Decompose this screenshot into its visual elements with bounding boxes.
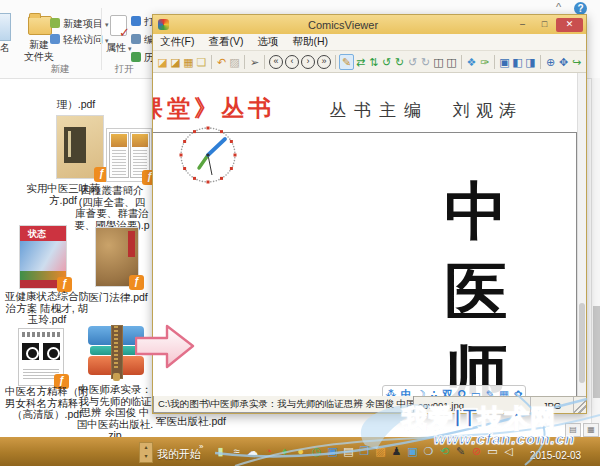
minimize-button[interactable]: – bbox=[512, 18, 533, 32]
clock-tray-icon[interactable]: ◷ bbox=[310, 445, 323, 458]
paw-icon[interactable]: ⁂ bbox=[385, 387, 396, 396]
clock-gadget[interactable] bbox=[177, 124, 239, 186]
file-label-partial[interactable]: 军医出版社.pdf bbox=[156, 416, 252, 428]
nav-prev-icon[interactable]: ‹ bbox=[285, 55, 299, 69]
properties-icon[interactable] bbox=[110, 15, 127, 36]
notes-icon[interactable]: ▤ bbox=[342, 445, 355, 458]
menu-options[interactable]: 选项 bbox=[250, 35, 285, 49]
fit-window-icon[interactable]: ▣ bbox=[498, 55, 511, 69]
crop-icon[interactable]: ▭ bbox=[471, 387, 481, 396]
file-thumbnail-pdf[interactable]: ƒ bbox=[20, 226, 66, 288]
chat-icon[interactable]: ❍ bbox=[422, 445, 435, 458]
monitor-icon[interactable]: ▣ bbox=[326, 445, 339, 458]
taskbar-date[interactable]: 2015-02-03 bbox=[530, 450, 581, 461]
rename-icon[interactable] bbox=[0, 13, 11, 41]
status-format: JPG bbox=[531, 397, 574, 413]
file-label[interactable]: 亚健康状态综合防治方案 陆槐才, 胡玉玲.pdf bbox=[4, 291, 90, 326]
qq-icon[interactable]: ♟ bbox=[390, 445, 403, 458]
add-bookmark-icon[interactable]: ❖ bbox=[465, 55, 478, 69]
file-thumbnail-pdf[interactable]: ƒ bbox=[96, 228, 138, 286]
pan-icon[interactable]: ✥ bbox=[557, 55, 570, 69]
open-file-icon[interactable]: ◪ bbox=[156, 55, 169, 69]
menu-view[interactable]: 查看(V) bbox=[201, 35, 250, 49]
new-item-button[interactable]: 新建项目▾ bbox=[50, 17, 109, 31]
battery-icon[interactable]: ▮ bbox=[214, 445, 227, 458]
toolbar-separator bbox=[244, 55, 245, 69]
scrollbar-thumb[interactable] bbox=[593, 306, 600, 398]
menu-help[interactable]: 帮助(H) bbox=[285, 35, 335, 49]
dots-icon[interactable]: ∴ bbox=[430, 387, 437, 396]
double-page-icon[interactable]: 双 bbox=[442, 387, 453, 396]
status-dot-icon[interactable]: ● bbox=[294, 445, 307, 458]
exit-icon[interactable]: ↪ bbox=[570, 55, 583, 69]
open-archive-icon[interactable]: ◪ bbox=[169, 55, 182, 69]
person-icon[interactable]: Ω bbox=[458, 387, 466, 396]
nav-last-icon[interactable]: » bbox=[317, 55, 331, 69]
pen-tray-icon[interactable]: ✎ bbox=[454, 445, 467, 458]
resize-grip[interactable] bbox=[574, 397, 586, 413]
maximize-button[interactable]: □ bbox=[534, 18, 555, 32]
easy-access-button[interactable]: 轻松访问▾ bbox=[50, 33, 109, 47]
blocked-icon[interactable]: ⊘ bbox=[470, 445, 483, 458]
photo-tray-icon[interactable]: ▣ bbox=[406, 445, 419, 458]
copy-page-icon[interactable]: ❏ bbox=[195, 55, 208, 69]
rotate-right-icon[interactable]: ↻ bbox=[393, 55, 406, 69]
toolbar-chevron-icon[interactable]: » bbox=[199, 442, 203, 451]
close-button[interactable]: ✕ bbox=[556, 18, 583, 32]
wifi-icon[interactable]: ≈ bbox=[230, 445, 243, 458]
draw-icon[interactable]: ✎ bbox=[485, 387, 494, 396]
properties-button[interactable]: 属性▾ bbox=[106, 41, 132, 55]
details-view-icon[interactable]: ▤ bbox=[565, 423, 581, 437]
folder-tray-icon[interactable]: ▨ bbox=[374, 445, 387, 458]
pencil-icon[interactable]: ✎ bbox=[339, 54, 354, 70]
ribbon-collapse-icon[interactable]: ^ bbox=[556, 1, 561, 13]
shield-icon[interactable]: ♦ bbox=[278, 445, 291, 458]
flip-vertical-icon[interactable]: ⇅ bbox=[367, 55, 380, 69]
file-thumbnail-pdf[interactable]: ƒ bbox=[57, 116, 103, 178]
edit-bookmark-icon[interactable]: ✑ bbox=[478, 55, 491, 69]
file-label-partial[interactable]: 理）.pdf bbox=[44, 99, 108, 111]
zoom-in-icon[interactable]: ⊕ bbox=[544, 55, 557, 69]
explorer-scrollbar[interactable]: ⌄ bbox=[591, 78, 600, 437]
thumbnail-view-icon[interactable]: ▦ bbox=[583, 423, 599, 437]
browse-folder-icon[interactable]: ▨ bbox=[228, 55, 241, 69]
night-mode-icon[interactable]: ☽ bbox=[416, 387, 425, 396]
settings-icon[interactable]: ✿ bbox=[514, 387, 523, 396]
fit-width-icon[interactable]: ◧ bbox=[511, 55, 524, 69]
cloud-icon[interactable]: ☁ bbox=[246, 445, 259, 458]
nav-first-icon[interactable]: « bbox=[269, 55, 283, 69]
scrollbar-thumb[interactable] bbox=[579, 303, 585, 383]
taskbar-toolbar-label[interactable]: 我的开始 bbox=[157, 447, 201, 462]
title-bar[interactable]: ComicsViewer – □ ✕ bbox=[153, 15, 586, 34]
doc-icon[interactable]: ❒ bbox=[358, 445, 371, 458]
file-thumbnail-pdf[interactable]: ƒ bbox=[106, 128, 152, 182]
window-title: ComicsViewer bbox=[174, 19, 512, 31]
edit-button[interactable]: 编 bbox=[131, 33, 154, 47]
new-folder-icon[interactable] bbox=[28, 16, 52, 35]
file-label[interactable]: 中医师承实录：我与先师的临证思辨 余国俊 中国中医药出版社.zip bbox=[76, 384, 154, 442]
nav-next-icon[interactable]: › bbox=[301, 55, 315, 69]
flip-horizontal-icon[interactable]: ⇄ bbox=[354, 55, 367, 69]
rotate-right-disabled-icon[interactable]: ↻ bbox=[419, 55, 432, 69]
toolbar-scroll-spinner[interactable]: ▴▾ bbox=[139, 442, 153, 463]
fit-char-icon[interactable]: 中 bbox=[401, 387, 412, 396]
save-icon[interactable]: ▦ bbox=[182, 55, 195, 69]
keyboard-icon[interactable]: ▭ bbox=[486, 445, 499, 458]
viewer-scrollbar[interactable] bbox=[577, 73, 586, 396]
meter-icon[interactable]: ◔ bbox=[262, 445, 275, 458]
page-view[interactable]: 课堂》丛书 丛书主编 刘观涛 中 医 师 ⁂中☽∴双Ω▭✎▦✿ bbox=[153, 73, 586, 396]
menu-file[interactable]: 文件(F) bbox=[153, 35, 201, 49]
open-button[interactable]: 打 bbox=[131, 15, 154, 29]
frame-icon[interactable]: ▦ bbox=[499, 387, 509, 396]
volume-icon[interactable]: ◁ bbox=[502, 445, 515, 458]
split-left-icon[interactable]: ◫ bbox=[432, 55, 445, 69]
file-thumbnail-pdf[interactable]: ƒ bbox=[18, 328, 64, 386]
dart-icon[interactable]: ➢ bbox=[248, 55, 261, 69]
rotate-left-disabled-icon[interactable]: ↺ bbox=[406, 55, 419, 69]
file-label[interactable]: 医门法律.pdf bbox=[84, 292, 152, 304]
undo-icon[interactable]: ↶ bbox=[215, 55, 228, 69]
split-right-icon[interactable]: ◫ bbox=[445, 55, 458, 69]
rotate-left-icon[interactable]: ↺ bbox=[380, 55, 393, 69]
sync-icon[interactable]: ⟲ bbox=[438, 445, 451, 458]
fit-height-icon[interactable]: ◨ bbox=[524, 55, 537, 69]
